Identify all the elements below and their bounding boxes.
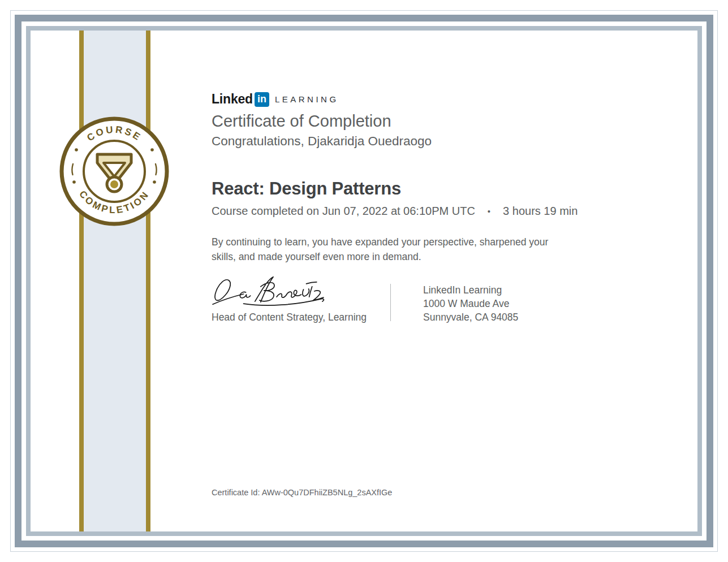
left-ribbon-band: [84, 31, 146, 531]
issuer-city: Sunnyvale, CA 94085: [423, 311, 518, 325]
gold-stripe-right: [146, 31, 150, 531]
course-title: React: Design Patterns: [212, 179, 401, 199]
badge-seal: COURSE COMPLETION: [58, 115, 171, 228]
greeting-line: Congratulations, Djakaridja Ouedraogo: [212, 134, 432, 149]
issuer-street: 1000 W Maude Ave: [423, 297, 518, 311]
badge-dot: [72, 180, 76, 184]
issuer-address-block: LinkedIn Learning 1000 W Maude Ave Sunny…: [423, 284, 518, 325]
vertical-divider: [390, 284, 391, 321]
certificate-id: Certificate Id: AWw-0Qu7DFhiiZB5NLg_2sAX…: [212, 488, 392, 497]
completion-info-row: Course completed on Jun 07, 2022 at 06:1…: [212, 205, 578, 218]
congratulation-message: By continuing to learn, you have expande…: [212, 235, 571, 265]
issuer-name: LinkedIn Learning: [423, 284, 518, 297]
logo-linked-text: Linked: [212, 92, 253, 107]
logo-learning-text: LEARNING: [275, 94, 339, 104]
linkedin-learning-logo: Linked in LEARNING: [212, 92, 339, 107]
certificate-heading: Certificate of Completion: [212, 112, 391, 131]
bullet-separator: •: [488, 206, 490, 216]
badge-dot: [150, 148, 154, 152]
certificate-page: COURSE COMPLETION Linked in: [0, 0, 728, 562]
gold-stripe-left: [79, 31, 84, 531]
badge-dot: [75, 148, 78, 152]
badge-dot: [153, 180, 156, 184]
signature-image: [210, 275, 331, 310]
linkedin-icon: in: [255, 92, 269, 107]
course-completion-badge: COURSE COMPLETION: [58, 115, 171, 228]
course-duration: 3 hours 19 min: [503, 205, 578, 218]
completion-date-text: Course completed on Jun 07, 2022 at 06:1…: [212, 205, 475, 218]
signer-title: Head of Content Strategy, Learning: [212, 312, 367, 323]
